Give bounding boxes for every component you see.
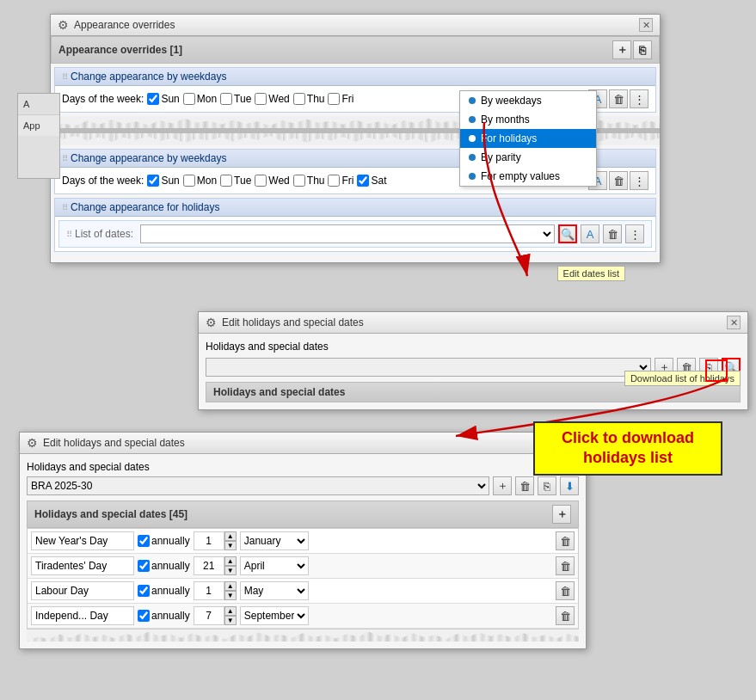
spinner-down-tiradentes[interactable]: ▼ bbox=[224, 566, 237, 575]
day-fri-2[interactable]: Fri bbox=[328, 175, 353, 187]
checkbox-sun-1[interactable] bbox=[147, 93, 159, 105]
more-btn-1[interactable]: ⋮ bbox=[630, 89, 648, 108]
holiday-name-labour[interactable] bbox=[31, 581, 134, 600]
menu-item-for-holidays[interactable]: For holidays bbox=[460, 129, 596, 148]
checkbox-annually-newyear[interactable] bbox=[138, 535, 150, 547]
day-wed-2[interactable]: Wed bbox=[255, 175, 289, 187]
checkbox-tue-2[interactable] bbox=[220, 175, 232, 187]
day-thu-1[interactable]: Thu bbox=[293, 93, 325, 105]
delete-labour-btn[interactable]: 🗑 bbox=[556, 581, 575, 600]
holiday-name-newyear[interactable] bbox=[31, 531, 134, 550]
window2-close-button[interactable]: ✕ bbox=[727, 316, 741, 329]
checkbox-fri-2[interactable] bbox=[328, 175, 340, 187]
holidays-list-select[interactable] bbox=[206, 358, 651, 377]
checkbox-mon-1[interactable] bbox=[183, 93, 195, 105]
spinner-up-tiradentes[interactable]: ▲ bbox=[224, 556, 237, 566]
annually-check-tiradentes[interactable]: annually bbox=[138, 560, 190, 572]
more-btn-3[interactable]: ⋮ bbox=[625, 224, 644, 243]
delete-btn-1[interactable]: 🗑 bbox=[609, 89, 628, 108]
spinner-down-newyear[interactable]: ▼ bbox=[224, 541, 237, 550]
spinner-up-newyear[interactable]: ▲ bbox=[224, 531, 237, 541]
add-section-button[interactable]: ＋ bbox=[612, 40, 631, 59]
font-btn-3[interactable]: A bbox=[581, 224, 599, 243]
day-fri-1[interactable]: Fri bbox=[328, 93, 353, 105]
day-tue-2[interactable]: Tue bbox=[220, 175, 251, 187]
subsection2-title: Change appearance by weekdays bbox=[71, 152, 226, 164]
checkbox-sun-2[interactable] bbox=[147, 175, 159, 187]
day-thu-2[interactable]: Thu bbox=[293, 175, 325, 187]
checkbox-sat-2[interactable] bbox=[357, 175, 369, 187]
day-input-labour[interactable] bbox=[194, 581, 224, 600]
dot-weekdays bbox=[469, 97, 476, 104]
day-mon-2[interactable]: Mon bbox=[183, 175, 217, 187]
month-select-newyear[interactable]: January February March April May bbox=[240, 531, 309, 550]
day-sat-2[interactable]: Sat bbox=[357, 175, 386, 187]
spinner-down-labour[interactable]: ▼ bbox=[224, 591, 237, 600]
spinner-btns-labour: ▲ ▼ bbox=[224, 581, 237, 600]
checkbox-thu-1[interactable] bbox=[293, 93, 305, 105]
month-select-independence[interactable]: January July September bbox=[240, 606, 309, 625]
menu-item-by-months[interactable]: By months bbox=[460, 110, 596, 129]
add-holiday-row-btn[interactable]: ＋ bbox=[552, 505, 571, 524]
day-input-independence[interactable] bbox=[194, 606, 224, 625]
annually-check-newyear[interactable]: annually bbox=[138, 535, 190, 547]
checkbox-annually-tiradentes[interactable] bbox=[138, 560, 150, 572]
window1-titlebar: ⚙ Appearance overrides ✕ bbox=[51, 15, 660, 36]
delete-btn-2[interactable]: 🗑 bbox=[609, 171, 628, 190]
dot-empty bbox=[469, 173, 476, 180]
menu-label-holidays: For holidays bbox=[481, 132, 537, 144]
delete-newyear-btn[interactable]: 🗑 bbox=[556, 531, 575, 550]
download-bra-btn[interactable]: ⬇ bbox=[560, 476, 579, 495]
annually-check-labour[interactable]: annually bbox=[138, 585, 190, 597]
spinner-up-independence[interactable]: ▲ bbox=[224, 606, 237, 616]
day-wed-1[interactable]: Wed bbox=[255, 93, 289, 105]
days-label-1: Days of the week: bbox=[62, 93, 144, 105]
copy-bra-btn[interactable]: ⎘ bbox=[538, 476, 556, 495]
side-tab[interactable]: A App bbox=[17, 93, 60, 179]
window1-close-button[interactable]: ✕ bbox=[639, 18, 653, 32]
delete-bra-btn[interactable]: 🗑 bbox=[515, 476, 534, 495]
add-bra-btn[interactable]: ＋ bbox=[493, 476, 512, 495]
checkbox-mon-2[interactable] bbox=[183, 175, 195, 187]
checkbox-fri-1[interactable] bbox=[328, 93, 340, 105]
day-tue-1[interactable]: Tue bbox=[220, 93, 251, 105]
month-select-tiradentes[interactable]: January February March April May bbox=[240, 556, 309, 575]
edit-holidays-window-3: ⚙ Edit holidays and special dates Holida… bbox=[19, 432, 587, 649]
copy-section-button[interactable]: ⎘ bbox=[633, 40, 652, 59]
spinner-up-labour[interactable]: ▲ bbox=[224, 581, 237, 591]
subsection1-title: Change appearance by weekdays bbox=[71, 71, 226, 83]
delete-tiradentes-btn[interactable]: 🗑 bbox=[556, 556, 575, 575]
bra-select[interactable]: BRA 2025-30 bbox=[27, 476, 489, 495]
menu-item-by-parity[interactable]: By parity bbox=[460, 148, 596, 167]
checkbox-annually-labour[interactable] bbox=[138, 585, 150, 597]
day-spinner-tiradentes: ▲ ▼ bbox=[194, 556, 237, 575]
delete-independence-btn[interactable]: 🗑 bbox=[556, 606, 575, 625]
day-mon-1[interactable]: Mon bbox=[183, 93, 217, 105]
edit-dates-button[interactable]: 🔍 bbox=[558, 224, 577, 243]
dates-select[interactable] bbox=[140, 224, 555, 243]
day-input-newyear[interactable] bbox=[194, 531, 224, 550]
checkbox-wed-2[interactable] bbox=[255, 175, 267, 187]
holidays-list[interactable]: annually ▲ ▼ January February March Apri… bbox=[27, 528, 579, 629]
menu-item-by-weekdays[interactable]: By weekdays bbox=[460, 91, 596, 110]
window3-titlebar: ⚙ Edit holidays and special dates bbox=[20, 433, 586, 454]
delete-btn-3[interactable]: 🗑 bbox=[603, 224, 622, 243]
month-select-labour[interactable]: January February March April May bbox=[240, 581, 309, 600]
holiday-name-tiradentes[interactable] bbox=[31, 556, 134, 575]
checkbox-tue-1[interactable] bbox=[220, 93, 232, 105]
holiday-name-independence[interactable] bbox=[31, 606, 134, 625]
annually-check-independence[interactable]: annually bbox=[138, 610, 190, 622]
more-btn-2[interactable]: ⋮ bbox=[630, 171, 648, 190]
annually-label-tiradentes: annually bbox=[151, 560, 190, 572]
checkbox-wed-1[interactable] bbox=[255, 93, 267, 105]
edit-dates-tooltip: Edit dates list bbox=[557, 266, 625, 281]
checkbox-annually-independence[interactable] bbox=[138, 610, 150, 622]
appearance-dropdown-menu: By weekdays By months For holidays By pa… bbox=[459, 90, 597, 187]
dot-months bbox=[469, 116, 476, 123]
day-sun-2[interactable]: Sun bbox=[147, 175, 179, 187]
menu-item-for-empty[interactable]: For empty values bbox=[460, 167, 596, 186]
spinner-down-independence[interactable]: ▼ bbox=[224, 616, 237, 625]
day-input-tiradentes[interactable] bbox=[194, 556, 224, 575]
checkbox-thu-2[interactable] bbox=[293, 175, 305, 187]
day-sun-1[interactable]: Sun bbox=[147, 93, 179, 105]
